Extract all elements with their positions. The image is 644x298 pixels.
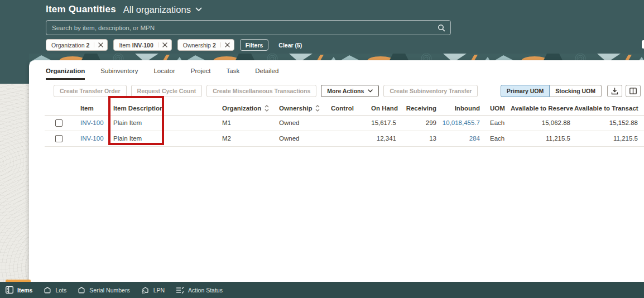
- cell-control: [327, 131, 367, 146]
- column-label: Organization: [222, 105, 261, 112]
- chip-label: Organization: [51, 42, 85, 49]
- cell-ownership: Owned: [275, 131, 327, 146]
- column-label: On Hand: [371, 105, 398, 112]
- cell-ownership: Owned: [275, 115, 327, 131]
- manage-columns-icon: [629, 88, 637, 94]
- primary-uom-button[interactable]: Primary UOM: [501, 85, 550, 97]
- remove-chip-icon[interactable]: [220, 42, 230, 47]
- select-column-header: [45, 102, 73, 115]
- chip-label: Item: [119, 42, 130, 49]
- cell-available-to-reserve: 11,215.5: [510, 131, 574, 146]
- page-title: Item Quantities: [46, 4, 116, 15]
- available-to-reserve-column-header: Available to Reserve: [510, 102, 574, 115]
- inbound-column-header: Inbound: [441, 102, 483, 115]
- lpn-box-gear-icon: [141, 286, 150, 294]
- cell-receiving: 299: [401, 115, 441, 131]
- filter-chip-ownership: Ownership 2: [177, 39, 234, 51]
- cell-available-to-reserve: 15,062.88: [510, 115, 574, 131]
- more-actions-label: More Actions: [327, 88, 364, 94]
- cell-uom: Each: [483, 131, 510, 146]
- inbound-link[interactable]: 10,018,455.7: [443, 119, 480, 126]
- download-button[interactable]: [607, 85, 622, 97]
- bottom-tab-action-status[interactable]: Action Status: [176, 287, 223, 294]
- item-link[interactable]: INV-100: [80, 119, 104, 126]
- cell-receiving: 13: [401, 131, 441, 146]
- bottom-tab-lpn[interactable]: LPN: [141, 286, 165, 294]
- cell-item-description: Plain Item: [109, 131, 218, 146]
- chip-value: 2: [86, 42, 90, 49]
- quantity-tabs: Organization Subinventory Locator Projec…: [29, 60, 644, 80]
- bottom-tab-label: Lots: [55, 287, 66, 294]
- create-subinventory-transfer-button: Create Subinventory Transfer: [383, 85, 478, 97]
- table-row: INV-100 Plain Item M1 Owned 15,617.5 299…: [45, 115, 644, 131]
- sort-icon[interactable]: [265, 105, 269, 112]
- search-bar: [46, 20, 451, 35]
- action-status-list-icon: [176, 287, 184, 294]
- search-input[interactable]: [46, 25, 438, 31]
- cell-available-to-transact: 11,215.5: [574, 131, 644, 146]
- inbound-link[interactable]: 284: [469, 135, 480, 142]
- organization-selector[interactable]: All organizations: [123, 4, 202, 15]
- tab-detailed[interactable]: Detailed: [255, 68, 278, 80]
- receiving-column-header: Receiving: [401, 102, 441, 115]
- bottom-tab-label: LPN: [153, 287, 165, 294]
- filter-chips-row: Organization 2 Item INV-100 Ownership 2: [46, 39, 302, 51]
- bottom-tab-items[interactable]: Items: [6, 286, 32, 294]
- background-pattern: [0, 84, 29, 282]
- download-icon: [611, 88, 618, 95]
- cell-control: [327, 115, 367, 131]
- table-row: INV-100 Plain Item M2 Owned 12,341 13 28…: [45, 131, 644, 146]
- chevron-down-icon: [368, 89, 373, 93]
- cell-organization: M2: [218, 131, 275, 146]
- stocking-uom-button[interactable]: Stocking UOM: [550, 85, 602, 97]
- cell-organization: M1: [218, 115, 275, 131]
- more-actions-button[interactable]: More Actions: [321, 85, 379, 97]
- on-hand-column-header[interactable]: On Hand: [367, 102, 401, 115]
- lots-box-icon: [44, 286, 51, 294]
- column-label: Ownership: [279, 105, 312, 112]
- tab-project[interactable]: Project: [191, 68, 211, 80]
- tab-locator[interactable]: Locator: [153, 68, 175, 80]
- filter-chip-item: Item INV-100: [113, 39, 171, 51]
- bottom-tab-bar: Items Lots Serial Numbers LPN Action Sta…: [0, 282, 644, 298]
- uom-toggle: Primary UOM Stocking UOM: [501, 85, 602, 97]
- bottom-tab-lots[interactable]: Lots: [44, 286, 66, 294]
- bottom-tab-serial-numbers[interactable]: Serial Numbers: [78, 286, 129, 294]
- create-miscellaneous-transactions-button: Create Miscellaneous Transactions: [206, 85, 316, 97]
- cell-item-description: Plain Item: [109, 115, 218, 131]
- sort-icon[interactable]: [315, 105, 320, 112]
- organization-column-header[interactable]: Organization: [218, 102, 275, 115]
- cell-on-hand: 15,617.5: [367, 115, 401, 131]
- table-toolbar: Create Transfer Order Request Cycle Coun…: [29, 80, 644, 97]
- remove-chip-icon[interactable]: [94, 42, 103, 47]
- row-checkbox[interactable]: [55, 119, 63, 127]
- item-column-header: Item: [73, 102, 109, 115]
- tab-organization[interactable]: Organization: [46, 68, 85, 80]
- clear-filters-button[interactable]: Clear (5): [278, 42, 302, 49]
- title-row: Item Quantities All organizations: [46, 4, 202, 15]
- serial-numbers-box-icon: [78, 286, 85, 294]
- filters-button[interactable]: Filters: [240, 39, 269, 51]
- table-display-tools: Primary UOM Stocking UOM: [501, 85, 641, 97]
- chip-value: 2: [213, 42, 216, 49]
- cell-uom: Each: [483, 115, 510, 131]
- request-cycle-count-button: Request Cycle Count: [131, 85, 203, 97]
- item-quantities-page: Item Quantities All organizations Organi…: [0, 0, 644, 298]
- table-header-row: Item Item Description Organization Owner…: [45, 102, 644, 115]
- search-icon[interactable]: [438, 24, 445, 32]
- filter-chip-organization: Organization 2: [46, 39, 108, 51]
- chip-value: INV-100: [132, 42, 153, 49]
- tab-subinventory[interactable]: Subinventory: [100, 68, 138, 80]
- ownership-column-header[interactable]: Ownership: [275, 102, 327, 115]
- cell-on-hand: 12,341: [367, 131, 401, 146]
- row-checkbox[interactable]: [55, 135, 63, 142]
- uom-column-header: UOM: [483, 102, 510, 115]
- edge-widget[interactable]: [642, 40, 644, 49]
- cell-available-to-transact: 15,152.88: [574, 115, 644, 131]
- manage-columns-button[interactable]: [626, 85, 641, 97]
- active-bottom-tab-indicator: [6, 280, 31, 282]
- item-link[interactable]: INV-100: [80, 135, 104, 142]
- tab-task[interactable]: Task: [227, 68, 240, 80]
- remove-chip-icon[interactable]: [158, 42, 167, 47]
- quantities-table: Item Item Description Organization Owner…: [45, 102, 644, 147]
